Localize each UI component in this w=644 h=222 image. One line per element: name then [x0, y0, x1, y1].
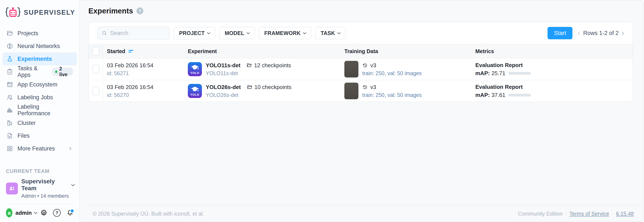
model-link[interactable]: YOLO11s-det	[206, 70, 291, 76]
user-avatar[interactable]: a	[6, 208, 12, 217]
supervisely-logo[interactable]: SUPERVISELY	[0, 0, 80, 24]
dataset-version: v3	[370, 62, 376, 69]
started-cell: 03 Feb 2026 16:54 id: 56271	[103, 62, 188, 76]
sidebar-item-label: Files	[18, 133, 30, 139]
users-cursor-icon	[6, 94, 13, 101]
checkpoints[interactable]: 10 checkpoints	[247, 84, 291, 90]
folder-icon	[246, 63, 252, 68]
pagination-next-icon[interactable]: ›	[622, 29, 624, 37]
svg-text:YOLO: YOLO	[190, 71, 199, 74]
folder-icon	[6, 30, 13, 37]
select-all-checkbox[interactable]	[92, 47, 100, 56]
chevron-down-icon	[71, 182, 75, 186]
sidebar-item-projects[interactable]: Projects	[2, 27, 77, 40]
chevron-down-icon	[303, 31, 306, 34]
team-avatar	[6, 182, 18, 194]
checkpoints[interactable]: 12 checkpoints	[246, 62, 291, 69]
toolbar: PROJECT MODEL FRAMEWORK TASK Start ‹ Row…	[89, 22, 633, 44]
user-menu[interactable]: admin	[15, 210, 37, 216]
column-training-data: Training Data	[344, 48, 475, 54]
dataset-link[interactable]: train: 250, val: 50 images	[362, 70, 422, 76]
chevron-right-icon	[68, 146, 73, 151]
app-window: SUPERVISELY Projects Neural Networks Exp…	[0, 0, 644, 222]
experiment-id: id: 56271	[107, 70, 188, 76]
gear-icon[interactable]	[40, 209, 48, 217]
chevron-down-icon	[337, 31, 341, 34]
row-checkbox[interactable]	[92, 86, 100, 95]
model-link[interactable]: YOLO26s-det	[206, 92, 291, 98]
table-row: 03 Feb 2026 16:54 id: 56271 YOLO YOLO	[89, 58, 633, 80]
map-value: 25.71	[492, 70, 505, 77]
experiment-id: id: 56270	[107, 92, 188, 98]
sort-icon[interactable]	[129, 50, 133, 53]
table-header: Started Experiment Training Data Metrics	[89, 44, 633, 58]
map-label: mAP:	[475, 70, 490, 77]
page-title: Experiments	[88, 7, 133, 15]
sidebar-item-labeling-performance[interactable]: Labeling Performance	[2, 104, 77, 117]
sidebar-item-cluster[interactable]: Cluster	[2, 117, 77, 129]
sidebar-item-label: Labeling Jobs	[18, 94, 53, 101]
footer: © 2026 Supervisely OÜ. Built with icons8…	[88, 102, 642, 222]
history-icon	[362, 84, 368, 90]
sidebar-item-label: Projects	[18, 30, 38, 37]
metrics-cell: Evaluation Report mAP:25.71	[475, 62, 633, 77]
experiments-card: PROJECT MODEL FRAMEWORK TASK Start ‹ Row…	[88, 22, 633, 102]
evaluation-report-link[interactable]: Evaluation Report	[475, 62, 633, 68]
terms-of-service-link[interactable]: Terms of Service	[570, 211, 609, 217]
version-link[interactable]: 6.15.48	[616, 211, 634, 217]
sidebar-item-labeling-jobs[interactable]: Labeling Jobs	[2, 91, 77, 104]
user-row: a admin	[6, 204, 74, 222]
bell-icon[interactable]	[66, 209, 74, 217]
sidebar-item-label: More Features	[18, 145, 55, 152]
search-input[interactable]	[110, 30, 166, 37]
dataset-link[interactable]: train: 250, val: 50 images	[362, 92, 422, 98]
evaluation-report-link[interactable]: Evaluation Report	[475, 84, 633, 90]
yolo-app-icon[interactable]: YOLO	[188, 84, 202, 98]
filter-framework-button[interactable]: FRAMEWORK	[259, 27, 311, 39]
experiment-date: 03 Feb 2026 16:54	[107, 62, 188, 69]
start-button[interactable]: Start	[548, 27, 572, 39]
map-progress-bar	[508, 94, 531, 96]
help-icon[interactable]	[53, 209, 61, 217]
file-icon	[6, 132, 13, 139]
live-tasks-badge: 2 live	[52, 68, 73, 76]
sidebar-item-label: Neural Networks	[18, 43, 60, 50]
sidebar-item-tasks-apps[interactable]: Tasks & Apps 2 live	[2, 65, 77, 78]
sidebar-item-label: App Ecosystem	[18, 81, 58, 88]
team-section: CURRENT TEAM Supervisely Team Admin • 14…	[0, 168, 80, 222]
sidebar-item-app-ecosystem[interactable]: App Ecosystem	[2, 78, 77, 91]
brain-icon	[6, 43, 13, 50]
filter-model-button[interactable]: MODEL	[219, 27, 255, 39]
sidebar-item-neural-networks[interactable]: Neural Networks	[2, 40, 77, 53]
pagination-prev-icon[interactable]: ‹	[578, 29, 580, 37]
logo-text: SUPERVISELY	[24, 9, 75, 17]
pagination: ‹ Rows 1-2 of 2 ›	[578, 29, 624, 37]
folder-icon	[247, 84, 252, 90]
robot-logo-icon	[5, 6, 21, 20]
sidebar-item-files[interactable]: Files	[2, 129, 77, 142]
filter-project-button[interactable]: PROJECT	[174, 27, 215, 39]
sidebar-nav: Projects Neural Networks Experiments Tas…	[0, 24, 80, 155]
dataset-thumbnail[interactable]	[344, 61, 358, 77]
live-dot-icon	[55, 70, 57, 73]
column-started: Started	[107, 48, 125, 54]
server-icon	[6, 120, 13, 126]
team-meta: Admin • 14 members	[21, 193, 74, 199]
experiment-name[interactable]: YOLO11s-det	[206, 62, 240, 69]
dataset-thumbnail[interactable]	[344, 83, 358, 99]
chevron-down-icon	[246, 31, 250, 34]
row-checkbox[interactable]	[92, 65, 100, 74]
search-box[interactable]	[97, 27, 170, 40]
yolo-app-icon[interactable]: YOLO	[188, 62, 202, 76]
experiment-name[interactable]: YOLO26s-det	[206, 84, 241, 90]
svg-text:YOLO: YOLO	[190, 93, 199, 96]
history-icon	[362, 63, 368, 68]
experiment-cell: YOLO YOLO26s-det 10 checkpoints YOLO26s-…	[188, 84, 344, 98]
sidebar-item-experiments[interactable]: Experiments	[2, 53, 77, 65]
edition-label: Community Edition	[518, 211, 563, 217]
page-help-icon[interactable]	[136, 8, 143, 14]
team-switcher[interactable]: Supervisely Team Admin • 14 members	[6, 178, 74, 199]
sidebar-item-more-features[interactable]: More Features	[2, 142, 77, 155]
main-area: Experiments PROJECT MODEL FRAMEWORK TASK…	[80, 0, 644, 222]
filter-task-button[interactable]: TASK	[315, 27, 346, 39]
